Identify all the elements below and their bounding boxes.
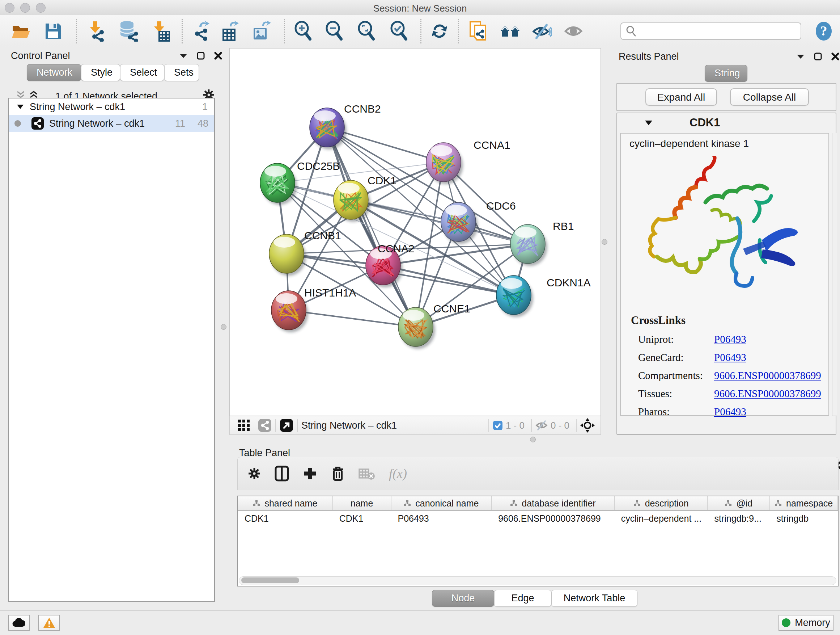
scrollbar-thumb[interactable] <box>241 578 299 583</box>
column-header-shared-name[interactable]: shared name <box>238 496 333 510</box>
column-header-namespace[interactable]: namespace <box>770 496 838 510</box>
hidden-indicator[interactable] <box>535 420 548 431</box>
delete-column-button[interactable] <box>331 466 345 481</box>
crosslink-value-link[interactable]: 9606.ENSP00000378699 <box>714 370 821 382</box>
panel-float-icon[interactable] <box>180 53 187 58</box>
title-bar: Session: New Session <box>0 0 840 15</box>
export-image-button[interactable] <box>251 20 272 42</box>
node-label-HIST1H1A: HIST1H1A <box>304 287 356 299</box>
cloud-status-button[interactable] <box>8 615 30 631</box>
table-cell[interactable]: cyclin–dependent ... <box>615 511 708 527</box>
selected-indicator-checkbox[interactable] <box>493 420 503 431</box>
tab-edge-table[interactable]: Edge Table <box>494 590 551 607</box>
table-cell[interactable]: stringdb:9... <box>707 511 770 527</box>
zoom-out-button[interactable] <box>324 20 345 42</box>
hide-selected-button[interactable] <box>531 20 552 42</box>
import-network-button[interactable] <box>87 20 108 42</box>
results-scrollbar[interactable] <box>832 133 837 416</box>
search-input[interactable] <box>636 26 792 37</box>
show-all-button[interactable] <box>563 20 584 42</box>
zoom-in-button[interactable] <box>293 20 314 42</box>
tab-string-results[interactable]: String <box>705 65 747 82</box>
search-field[interactable] <box>621 22 801 40</box>
new-network-from-selection-button[interactable] <box>468 20 489 42</box>
collapse-all-button[interactable]: Collapse All <box>730 88 809 106</box>
tab-style[interactable]: Style <box>81 64 120 81</box>
network-row[interactable]: String Network – cdk1 11 48 <box>9 115 214 132</box>
table-cell[interactable]: CDK1 <box>238 511 333 527</box>
table-cell[interactable]: stringdb <box>770 511 838 527</box>
panel-close-icon[interactable] <box>214 52 222 60</box>
hidden-eye-icon <box>535 420 548 431</box>
column-header-label: namespace <box>786 498 833 509</box>
crosslink-value-link[interactable]: P06493 <box>714 352 746 363</box>
tab-network[interactable]: Network <box>27 64 81 81</box>
crosslink-value-link[interactable]: P06493 <box>714 406 746 418</box>
crosslink-label: Tissues: <box>638 388 714 400</box>
gear-icon <box>248 467 261 480</box>
fit-content-button[interactable] <box>580 418 595 432</box>
string-home-button[interactable] <box>500 20 521 42</box>
tab-select[interactable]: Select <box>120 64 164 81</box>
delete-table-button-disabled[interactable] <box>358 467 375 480</box>
column-header--id[interactable]: @id <box>707 496 770 510</box>
export-network-button[interactable] <box>191 20 212 42</box>
column-header-database-identifier[interactable]: database identifier <box>492 496 615 510</box>
horizontal-splitter-handle[interactable] <box>530 437 536 442</box>
table-cell[interactable]: 9606.ENSP00000378699 <box>492 511 615 527</box>
network-graph[interactable]: CCNB2CCNA1CDC25BCDK1CDC6RB1CCNB1CCNA2CDK… <box>230 49 600 416</box>
column-header-name[interactable]: name <box>333 496 392 510</box>
save-session-button[interactable] <box>43 20 64 42</box>
panel-float-icon[interactable] <box>797 54 805 59</box>
import-table-button[interactable] <box>150 20 171 42</box>
open-folder-icon <box>11 22 32 40</box>
apply-layout-button[interactable] <box>429 20 450 42</box>
table-row[interactable]: CDK1CDK1P064939606.ENSP00000378699cyclin… <box>238 511 838 527</box>
panel-maximize-icon[interactable] <box>814 52 822 60</box>
warning-status-button[interactable] <box>38 615 60 631</box>
column-source-icon <box>725 500 732 507</box>
export-table-button[interactable] <box>220 20 241 42</box>
show-columns-button[interactable] <box>275 466 289 481</box>
network-edge-count: 48 <box>197 118 208 129</box>
column-header-canonical-name[interactable]: canonical name <box>392 496 492 510</box>
table-cell[interactable]: P06493 <box>392 511 492 527</box>
table-options-gear-button[interactable] <box>248 467 261 480</box>
panel-close-icon[interactable] <box>831 52 839 60</box>
tab-node-table[interactable]: Node Table <box>432 590 494 607</box>
panel-maximize-icon[interactable] <box>197 52 205 60</box>
column-header-description[interactable]: description <box>615 496 708 510</box>
zoom-fit-button[interactable] <box>356 20 377 42</box>
crosslink-value-link[interactable]: P06493 <box>714 333 746 345</box>
help-button[interactable]: ? <box>813 20 834 42</box>
crosslink-value-link[interactable]: 9606.ENSP00000378699 <box>714 388 821 400</box>
detach-view-button[interactable] <box>279 418 294 432</box>
search-icon <box>625 25 636 37</box>
function-builder-button[interactable]: f(x) <box>389 466 407 481</box>
crosslink-row: Tissues:9606.ENSP00000378699 <box>638 388 823 400</box>
memory-button[interactable]: Memory <box>778 615 834 631</box>
tab-network-table[interactable]: Network Table <box>551 590 638 607</box>
create-column-button[interactable] <box>303 466 317 481</box>
network-collection-row[interactable]: String Network – cdk1 1 <box>9 98 214 115</box>
crosslink-row: Compartments:9606.ENSP00000378699 <box>638 370 823 382</box>
expand-all-button[interactable]: Expand All <box>645 88 717 106</box>
entry-collapse-arrow[interactable] <box>645 120 653 126</box>
tab-sets[interactable]: Sets <box>164 64 199 81</box>
eye-icon <box>563 22 584 40</box>
string-view-toggle-button[interactable] <box>258 418 272 432</box>
open-session-button[interactable] <box>11 20 32 42</box>
birdseye-view-button[interactable] <box>238 419 250 432</box>
left-splitter-handle[interactable] <box>221 324 226 330</box>
network-canvas[interactable]: CCNB2CCNA1CDC25BCDK1CDC6RB1CCNB1CCNA2CDK… <box>229 48 601 416</box>
collection-expand-arrow[interactable] <box>17 104 24 109</box>
right-splitter-handle[interactable] <box>602 239 607 245</box>
node-CCNB2: CCNB2 <box>309 103 381 149</box>
table-horizontal-scrollbar[interactable] <box>239 576 836 585</box>
import-network-from-database-button[interactable] <box>118 20 139 42</box>
gene-entry-header[interactable]: CDK1 <box>617 113 836 132</box>
database-icon <box>118 21 139 42</box>
zoom-selected-button[interactable] <box>389 20 410 42</box>
table-cell[interactable]: CDK1 <box>333 511 392 527</box>
delete-table-icon <box>358 467 375 480</box>
